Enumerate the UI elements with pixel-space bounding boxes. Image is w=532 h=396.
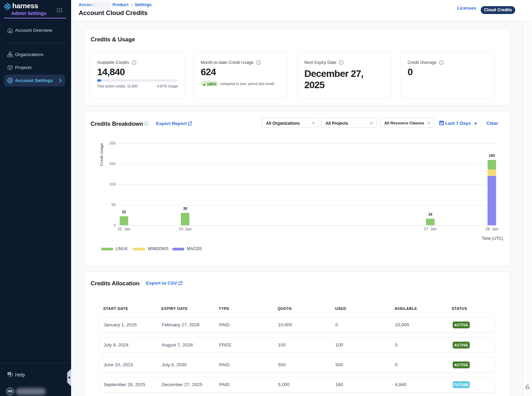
svg-text:?: ? [9,373,10,375]
